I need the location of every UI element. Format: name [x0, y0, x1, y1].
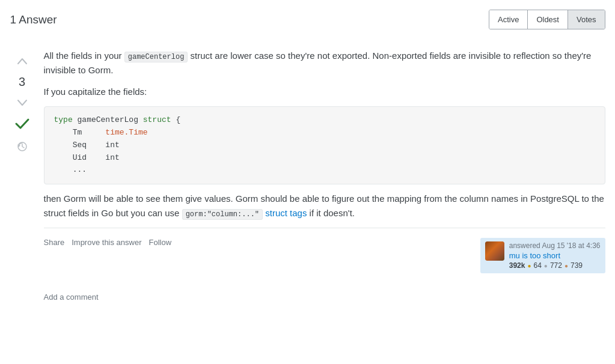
tab-votes[interactable]: Votes	[568, 10, 605, 29]
answer-paragraph-1: All the fields in your gameCenterlog str…	[44, 49, 605, 77]
answer-paragraph-3: then Gorm will be able to see them give …	[44, 192, 605, 220]
silver-count: 772	[550, 261, 562, 270]
reputation: 392k	[509, 261, 525, 270]
answer-container: 3 All t	[10, 49, 605, 302]
user-name-link[interactable]: mu is too short	[509, 251, 601, 260]
upvote-button[interactable]	[11, 51, 33, 73]
answer-body: All the fields in your gameCenterlog str…	[44, 49, 605, 302]
add-comment-button[interactable]: Add a comment	[44, 293, 99, 302]
bronze-count: 739	[571, 261, 583, 270]
downvote-button[interactable]	[11, 91, 33, 113]
share-button[interactable]: Share	[44, 238, 65, 247]
answers-title: 1 Answer	[10, 13, 57, 26]
avatar-image	[485, 241, 504, 261]
answered-time: answered Aug 15 '18 at 4:36	[509, 241, 601, 250]
vote-column: 3	[10, 49, 34, 302]
improve-button[interactable]: Improve this answer	[72, 238, 141, 247]
tab-active[interactable]: Active	[489, 10, 528, 29]
silver-badge-icon	[544, 261, 548, 270]
answer-footer: Share Improve this answer Follow answere…	[44, 238, 605, 273]
user-stats: 392k 64 772 739	[509, 261, 601, 270]
tab-oldest[interactable]: Oldest	[528, 10, 568, 29]
history-icon[interactable]	[17, 141, 28, 154]
user-info: answered Aug 15 '18 at 4:36 mu is too sh…	[509, 241, 601, 270]
accepted-checkmark	[14, 115, 31, 136]
code-block: type gameCenterLog struct { Tm time.Time…	[44, 106, 605, 184]
vote-count: 3	[19, 75, 25, 89]
answers-header: 1 Answer Active Oldest Votes	[10, 10, 605, 37]
answer-paragraph-2: If you capitalize the fields:	[44, 85, 605, 99]
follow-button[interactable]: Follow	[149, 238, 172, 247]
inline-code-1: gameCenterlog	[124, 52, 188, 62]
page-container: 1 Answer Active Oldest Votes 3	[10, 10, 605, 302]
gold-badge-icon	[527, 261, 531, 270]
struct-tags-link[interactable]: struct tags	[265, 208, 307, 218]
bronze-badge-icon	[565, 261, 568, 270]
user-card: answered Aug 15 '18 at 4:36 mu is too sh…	[480, 238, 605, 273]
inline-code-2: gorm:"column:..."	[182, 209, 263, 220]
answer-actions: Share Improve this answer Follow	[44, 238, 172, 247]
avatar	[485, 241, 504, 261]
sort-tabs: Active Oldest Votes	[489, 10, 605, 29]
gold-count: 64	[534, 261, 542, 270]
divider	[44, 228, 605, 228]
